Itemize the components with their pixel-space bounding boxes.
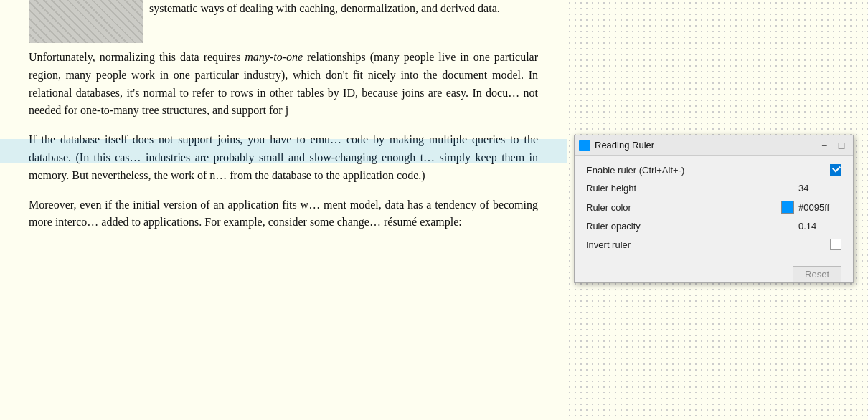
ruler-opacity-row: Ruler opacity 0.14: [586, 221, 841, 232]
ruler-panel-body: Enable ruler (Ctrl+Alt+-) Ruler height 3…: [575, 156, 853, 275]
ruler-color-value: #0095ff: [798, 202, 841, 213]
minimize-button[interactable]: −: [817, 138, 831, 153]
italic-text: many-to-one: [245, 51, 303, 63]
ruler-icon: [579, 140, 590, 151]
ruler-panel-title: Reading Ruler: [595, 140, 817, 151]
book-image-placeholder: [29, 0, 143, 43]
ruler-opacity-label: Ruler opacity: [586, 221, 798, 232]
enable-ruler-row: Enable ruler (Ctrl+Alt+-): [586, 164, 841, 176]
paragraph-1: Unfortunately, normalizing this data req…: [29, 49, 538, 120]
ruler-height-label: Ruler height: [586, 183, 798, 194]
ruler-height-value: 34: [798, 183, 841, 194]
book-content: systematic ways of dealing with caching,…: [0, 0, 567, 420]
ruler-color-swatch[interactable]: [781, 201, 794, 214]
maximize-button[interactable]: □: [834, 138, 849, 153]
reading-ruler-panel: Reading Ruler − □ Enable ruler (Ctrl+Alt…: [574, 135, 854, 283]
invert-ruler-checkbox[interactable]: [830, 239, 841, 250]
paragraph-3: Moreover, even if the initial version of…: [29, 196, 538, 232]
ruler-opacity-value: 0.14: [798, 221, 841, 232]
ruler-panel-window-controls: − □: [817, 138, 849, 153]
enable-ruler-label: Enable ruler (Ctrl+Alt+-): [586, 165, 830, 176]
ruler-height-row: Ruler height 34: [586, 183, 841, 194]
ruler-color-group[interactable]: #0095ff: [781, 201, 841, 214]
ruler-color-label: Ruler color: [586, 202, 781, 213]
top-section: systematic ways of dealing with caching,…: [29, 0, 538, 43]
invert-ruler-label: Invert ruler: [586, 239, 830, 250]
ruler-color-row: Ruler color #0095ff: [586, 201, 841, 214]
enable-ruler-checkbox[interactable]: [830, 164, 841, 176]
paragraph-2: If the database itself does not support …: [29, 131, 538, 184]
reset-button[interactable]: Reset: [793, 266, 841, 282]
panel-divider: [586, 257, 841, 263]
top-text: systematic ways of dealing with caching,…: [149, 0, 500, 17]
ruler-panel-titlebar[interactable]: Reading Ruler − □: [575, 135, 853, 156]
invert-ruler-row: Invert ruler: [586, 239, 841, 250]
book-image: [29, 0, 143, 43]
